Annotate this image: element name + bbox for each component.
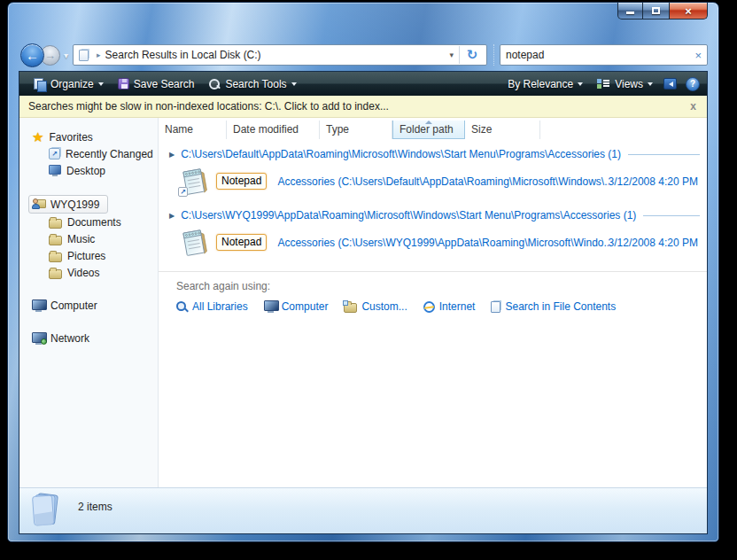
maximize-button[interactable] <box>643 3 669 19</box>
search-input[interactable] <box>506 49 694 61</box>
result-row-notepad-default[interactable]: ↗ Notepad Accessories (C:\Users\Default\… <box>159 162 707 200</box>
sort-relevance-button[interactable]: By Relevance <box>500 74 590 94</box>
expander-icon[interactable]: ▶ <box>169 212 175 220</box>
window-controls: × <box>617 3 708 19</box>
search-again-internet[interactable]: Internet <box>423 300 476 313</box>
search-again-custom[interactable]: Custom... <box>344 300 407 313</box>
music-label: Music <box>67 233 95 245</box>
address-text: Search Results in Local Disk (C:) <box>105 49 445 61</box>
pictures-label: Pictures <box>67 250 105 262</box>
notification-text: Searches might be slow in non-indexed lo… <box>28 100 389 113</box>
spacer <box>19 179 158 195</box>
computer-label: Computer <box>50 299 97 312</box>
search-tools-button[interactable]: Search Tools <box>201 74 303 94</box>
custom-label: Custom... <box>361 300 407 313</box>
result-name-highlighted[interactable]: Notepad <box>216 173 267 190</box>
status-bar: 2 items <box>19 487 707 533</box>
search-again-options: All Libraries Computer Custom... Interne… <box>159 300 707 313</box>
column-header-blank <box>540 121 707 139</box>
index-notification-bar[interactable]: Searches might be slow in non-indexed lo… <box>19 96 707 118</box>
computer-icon <box>32 299 45 310</box>
organize-label: Organize <box>50 78 94 90</box>
item-count: 2 items <box>78 501 112 513</box>
save-search-label: Save Search <box>134 78 195 90</box>
column-header-name[interactable]: Name <box>159 121 227 139</box>
search-tools-label: Search Tools <box>225 78 286 90</box>
column-header-size[interactable]: Size <box>465 121 540 139</box>
documents-stack-icon <box>27 492 66 534</box>
internet-label: Internet <box>439 300 476 313</box>
minimize-button[interactable] <box>617 3 643 19</box>
location-icon <box>79 50 89 61</box>
computer-label: Computer <box>282 300 329 313</box>
divider <box>493 44 494 66</box>
sidebar-item-desktop[interactable]: Desktop <box>19 162 158 179</box>
search-again-label: Search again using: <box>159 272 707 292</box>
back-arrow-icon: ← <box>26 48 39 63</box>
address-dropdown-icon[interactable]: ▾ <box>449 51 454 59</box>
documents-label: Documents <box>67 216 121 229</box>
chevron-down-icon <box>291 82 297 86</box>
user-label: WYQ1999 <box>50 198 99 211</box>
content-frame: Organize Save Search Search Tools By Rel… <box>19 71 708 534</box>
folder-icon <box>49 219 62 229</box>
group-header[interactable]: ▶ C:\Users\Default\AppData\Roaming\Micro… <box>159 146 707 162</box>
result-date-modified: 3/12/2008 4:20 PM <box>609 175 698 188</box>
expander-icon[interactable]: ▶ <box>169 151 175 159</box>
forward-arrow-icon: → <box>44 49 56 62</box>
group-rule <box>643 215 700 216</box>
sidebar-item-documents[interactable]: Documents <box>19 214 158 230</box>
close-icon: × <box>685 5 692 17</box>
sidebar-item-recently-changed[interactable]: ↗ Recently Changed <box>19 145 158 162</box>
file-contents-label: Search in File Contents <box>505 300 616 313</box>
result-name-highlighted[interactable]: Notepad <box>216 234 267 251</box>
back-button[interactable]: ← <box>20 43 44 67</box>
search-again-file-contents[interactable]: Search in File Contents <box>491 300 616 313</box>
history-dropdown-icon[interactable]: ▾ <box>64 51 68 60</box>
by-relevance-label: By Relevance <box>508 78 573 90</box>
save-search-button[interactable]: Save Search <box>111 74 202 94</box>
column-header-type[interactable]: Type <box>320 121 392 139</box>
search-again-all-libraries[interactable]: All Libraries <box>176 300 248 313</box>
search-box: × <box>500 44 708 66</box>
column-header-date-modified[interactable]: Date modified <box>227 121 320 139</box>
address-bar[interactable]: ▸ Search Results in Local Disk (C:) ▾ ↻ <box>73 44 487 66</box>
views-icon <box>597 78 609 89</box>
sidebar-item-music[interactable]: Music <box>19 230 158 247</box>
search-again-computer[interactable]: Computer <box>264 300 329 313</box>
spacer <box>19 281 158 297</box>
divider <box>459 46 460 64</box>
star-icon: ★ <box>32 130 43 144</box>
sidebar-item-videos[interactable]: Videos <box>19 264 158 281</box>
close-notification-icon[interactable]: x <box>690 100 696 113</box>
result-folder-path-link[interactable]: Accessories (C:\Users\Default\AppData\Ro… <box>277 175 608 188</box>
chevron-down-icon <box>98 82 104 86</box>
refresh-icon[interactable]: ↻ <box>462 47 483 63</box>
sidebar-item-favorites[interactable]: ★ Favorites <box>19 128 158 145</box>
recently-changed-icon: ↗ <box>49 148 60 159</box>
views-button[interactable]: Views <box>590 74 660 94</box>
close-button[interactable]: × <box>669 3 708 19</box>
network-label: Network <box>50 332 89 345</box>
sidebar-item-network[interactable]: Network <box>19 330 158 346</box>
sidebar-item-pictures[interactable]: Pictures <box>19 247 158 264</box>
sidebar-item-computer[interactable]: Computer <box>19 297 158 314</box>
videos-label: Videos <box>67 267 99 279</box>
help-icon[interactable]: ? <box>686 77 700 91</box>
result-folder-path-link[interactable]: Accessories (C:\Users\WYQ1999\AppData\Ro… <box>277 237 608 249</box>
sidebar-item-user-folder[interactable]: WYQ1999 <box>28 195 108 214</box>
navigation-pane: ★ Favorites ↗ Recently Changed Desktop W… <box>19 118 159 487</box>
organize-button[interactable]: Organize <box>27 74 111 94</box>
result-row-notepad-user[interactable]: Notepad Accessories (C:\Users\WYQ1999\Ap… <box>159 223 707 261</box>
folder-path-label: Folder path <box>400 123 454 136</box>
favorites-label: Favorites <box>49 131 92 144</box>
group-path-text: C:\Users\WYQ1999\AppData\Roaming\Microso… <box>181 209 636 222</box>
search-icon <box>208 78 221 90</box>
column-header-folder-path[interactable]: Folder path <box>392 121 465 139</box>
user-icon <box>32 198 46 210</box>
clear-search-icon[interactable]: × <box>694 49 702 62</box>
group-header[interactable]: ▶ C:\Users\WYQ1999\AppData\Roaming\Micro… <box>159 207 707 223</box>
toolbar: Organize Save Search Search Tools By Rel… <box>19 72 707 96</box>
preview-pane-icon[interactable] <box>663 78 677 89</box>
sort-ascending-icon <box>425 121 432 124</box>
